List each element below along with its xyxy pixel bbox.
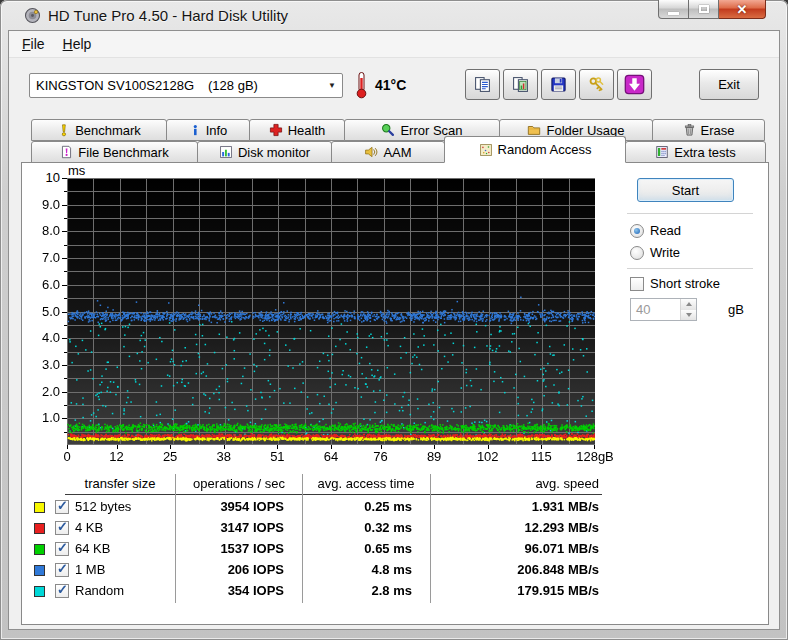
random-access-icon (479, 143, 493, 157)
x-axis-label: 128gB (573, 449, 617, 464)
drive-temperature: 41°C (375, 77, 406, 93)
tab-aam[interactable]: AAM (331, 141, 445, 163)
window-title: HD Tune Pro 4.50 - Hard Disk Utility (48, 7, 288, 24)
series-color-swatch (34, 586, 45, 597)
info-icon (189, 124, 201, 137)
read-label: Read (650, 223, 681, 238)
stepper-up-button[interactable] (681, 299, 696, 310)
x-axis-label: 89 (412, 449, 456, 464)
series-checkbox[interactable] (55, 584, 69, 598)
save-button[interactable] (541, 69, 576, 100)
col-header-avg-speed: avg. speed (442, 476, 599, 491)
update-button[interactable] (617, 69, 652, 100)
x-axis-label: 76 (359, 449, 403, 464)
series-checkbox[interactable] (55, 521, 69, 535)
tab-random-access[interactable]: Random Access (444, 136, 626, 163)
table-row: 64 KB 1537 IOPS 0.65 ms 96.071 MB/s (22, 539, 622, 560)
read-radio[interactable] (630, 224, 644, 238)
drive-capacity: (128 gB) (208, 78, 258, 93)
x-axis-label: 102 (466, 449, 510, 464)
options-button[interactable] (579, 69, 614, 100)
health-cross-icon (269, 123, 283, 137)
series-checkbox[interactable] (55, 500, 69, 514)
read-option[interactable]: Read (630, 223, 681, 238)
x-axis-label: 115 (519, 449, 563, 464)
tab-erase[interactable]: Erase (652, 119, 765, 141)
drive-select[interactable]: KINGSTON SV100S2128G (128 gB) ▼ (29, 73, 343, 98)
tab-row-1: Benchmark Info Health Err (31, 119, 764, 141)
write-label: Write (650, 245, 680, 260)
x-axis-label: 38 (202, 449, 246, 464)
x-axis-label: 51 (255, 449, 299, 464)
tab-disk-monitor[interactable]: Disk monitor (197, 141, 332, 163)
trash-icon (683, 123, 696, 137)
table-header-rule (65, 494, 602, 495)
col-header-transfer-size: transfer size (65, 476, 175, 491)
stepper-down-button[interactable] (681, 310, 696, 321)
bar-chart-icon (219, 145, 233, 159)
calculator-icon (655, 145, 669, 159)
tab-row-2: File Benchmark Disk monitor AAM (31, 141, 765, 163)
short-stroke-size-value: 40 (631, 299, 680, 320)
separator (627, 213, 753, 214)
table-row: 1 MB 206 IOPS 4.8 ms 206.848 MB/s (22, 560, 622, 581)
file-benchmark-icon (60, 145, 73, 159)
tab-health[interactable]: Health (249, 119, 345, 141)
chevron-down-icon (686, 313, 692, 317)
chevron-up-icon (686, 302, 692, 306)
keys-icon (588, 76, 605, 93)
tab-benchmark[interactable]: Benchmark (31, 119, 167, 141)
y-axis-label: 5.0 (24, 304, 60, 319)
copy-text-button[interactable] (465, 69, 500, 100)
chevron-down-icon: ▼ (328, 81, 336, 90)
short-stroke-size-stepper[interactable]: 40 (630, 298, 697, 321)
short-stroke-option[interactable]: Short stroke (630, 276, 720, 291)
copy-text-icon (474, 76, 491, 93)
benchmark-icon (57, 124, 70, 137)
drive-model: KINGSTON SV100S2128G (36, 78, 194, 93)
close-icon: ✕ (737, 3, 748, 16)
maximize-button[interactable] (689, 0, 719, 19)
x-axis-label: 12 (95, 449, 139, 464)
tab-info[interactable]: Info (166, 119, 250, 141)
speaker-icon (364, 145, 378, 159)
menu-help[interactable]: Help (54, 32, 101, 56)
y-axis-label: 10 (24, 170, 60, 185)
close-button[interactable]: ✕ (719, 0, 766, 19)
copy-image-icon (512, 76, 529, 93)
x-axis-label: 64 (309, 449, 353, 464)
y-axis-label: 3.0 (24, 357, 60, 372)
size-unit-label: gB (728, 302, 744, 317)
series-checkbox[interactable] (55, 542, 69, 556)
titlebar[interactable]: HD Tune Pro 4.50 - Hard Disk Utility ✕ (0, 0, 788, 30)
series-color-swatch (34, 523, 45, 534)
y-axis-label: 6.0 (24, 277, 60, 292)
short-stroke-checkbox[interactable] (630, 277, 644, 291)
table-row: Random 354 IOPS 2.8 ms 179.915 MB/s (22, 581, 622, 602)
minimize-icon (668, 12, 679, 15)
magnifier-icon (381, 123, 395, 137)
minimize-button[interactable] (658, 0, 689, 19)
tab-extra-tests[interactable]: Extra tests (625, 141, 766, 163)
copy-image-button[interactable] (503, 69, 538, 100)
y-axis-label: 1.0 (24, 410, 60, 425)
y-axis-unit: ms (68, 163, 85, 178)
x-axis-label: 25 (148, 449, 192, 464)
write-radio[interactable] (630, 246, 644, 260)
y-axis-label: 9.0 (24, 197, 60, 212)
menu-file[interactable]: File (13, 32, 54, 56)
y-axis-label: 2.0 (24, 384, 60, 399)
y-axis-label: 7.0 (24, 250, 60, 265)
series-color-swatch (34, 502, 45, 513)
tab-file-benchmark[interactable]: File Benchmark (31, 141, 198, 163)
start-button[interactable]: Start (637, 178, 734, 202)
exit-button[interactable]: Exit (699, 69, 759, 100)
series-checkbox[interactable] (55, 563, 69, 577)
screenshot-stage: HD Tune Pro 4.50 - Hard Disk Utility ✕ F… (0, 0, 788, 640)
write-option[interactable]: Write (630, 245, 680, 260)
folder-icon (527, 123, 541, 137)
menu-bar: File Help (9, 31, 779, 58)
col-header-access-time: avg. access time (310, 476, 422, 491)
access-time-scatter-chart (61, 178, 595, 451)
series-color-swatch (34, 544, 45, 555)
